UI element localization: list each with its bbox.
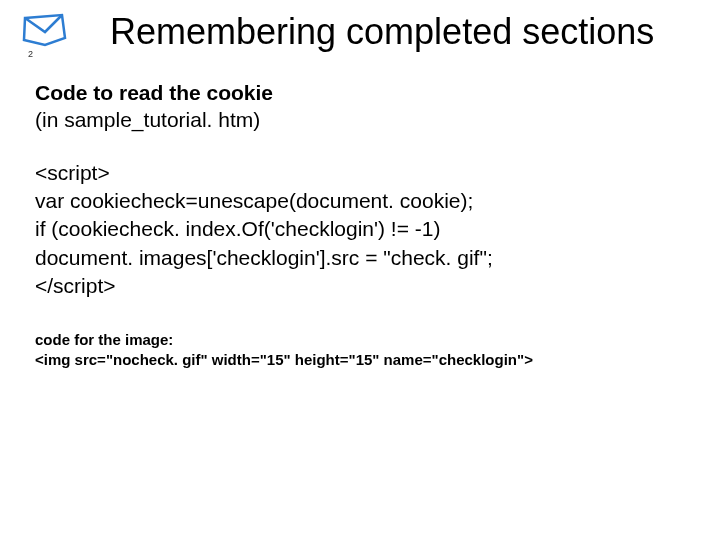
code-line: <script>	[35, 159, 690, 187]
slide-header: 2 Remembering completed sections	[0, 0, 720, 59]
code-line: var cookiecheck=unescape(document. cooki…	[35, 187, 690, 215]
code-line: </script>	[35, 272, 690, 300]
subtitle-heading: Code to read the cookie	[35, 79, 690, 106]
slide-content: Code to read the cookie (in sample_tutor…	[0, 59, 720, 379]
code-block: <script> var cookiecheck=unescape(docume…	[35, 159, 690, 301]
slide-title: Remembering completed sections	[110, 12, 654, 52]
footer-heading: code for the image:	[35, 330, 690, 350]
envelope-icon	[20, 10, 70, 50]
page-number: 2	[28, 49, 33, 59]
code-line: document. images['checklogin'].src = "ch…	[35, 244, 690, 272]
code-line: if (cookiecheck. index.Of('checklogin') …	[35, 215, 690, 243]
slide-icon-wrap: 2	[20, 10, 80, 54]
subtitle-filename: (in sample_tutorial. htm)	[35, 106, 690, 133]
footer-code: <img src="nocheck. gif" width="15" heigh…	[35, 350, 690, 370]
